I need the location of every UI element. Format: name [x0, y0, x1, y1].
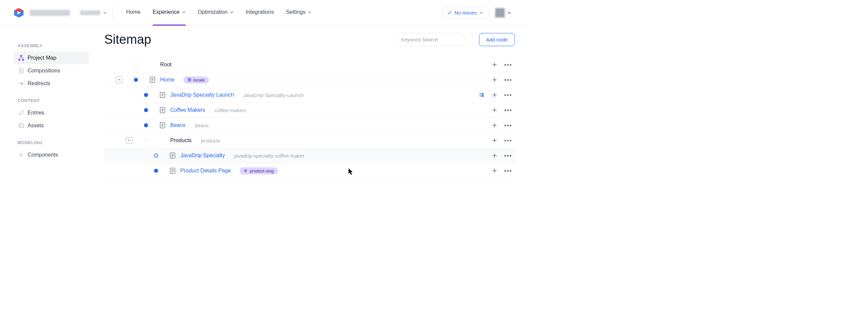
tree-row[interactable]: Root: [104, 57, 515, 73]
tree-row[interactable]: JavaDrip Specialtyjavadrip-specialty-cof…: [104, 148, 515, 163]
nav-tab-settings[interactable]: Settings: [286, 0, 312, 26]
org-name-blurred: [30, 10, 70, 16]
node-label[interactable]: Products: [170, 137, 191, 143]
sidebar-item-assets[interactable]: Assets: [13, 119, 89, 132]
status-dot: [144, 93, 148, 97]
nav-tab-home[interactable]: Home: [126, 0, 141, 26]
search-box[interactable]: [395, 33, 465, 46]
plus-icon[interactable]: [492, 122, 498, 128]
sidebar-item-label: Redirects: [28, 81, 51, 86]
tree-row[interactable]: Beansbeans: [104, 118, 515, 133]
badge-text: locale: [193, 78, 205, 82]
plus-icon[interactable]: [492, 62, 498, 68]
sidebar-item-label: Entries: [28, 110, 44, 116]
add-node-button[interactable]: Add node: [479, 33, 515, 46]
sidebar-group-label: CONTENT: [18, 98, 89, 103]
chevron-down-icon: [103, 11, 107, 15]
svg-rect-5: [22, 59, 24, 61]
more-menu[interactable]: [504, 94, 512, 96]
tree-row[interactable]: Product Details Pageproduct-slug: [104, 163, 515, 178]
sidebar-item-label: Project Map: [28, 55, 56, 61]
more-menu[interactable]: [504, 109, 512, 111]
topbar: HomeExperienceOptimizationIntegrationsSe…: [0, 0, 525, 26]
user-menu[interactable]: [495, 8, 512, 18]
chevron-down-icon: [507, 11, 512, 15]
nav-tab-label: Integrations: [246, 9, 274, 15]
sidebar-item-project-map[interactable]: Project Map: [13, 52, 89, 64]
nav-tabs: HomeExperienceOptimizationIntegrationsSe…: [126, 0, 312, 26]
sidebar-item-entries[interactable]: Entries: [13, 106, 89, 119]
svg-point-11: [20, 125, 21, 126]
chevron-down-icon: [230, 10, 234, 14]
more-menu[interactable]: [504, 64, 512, 66]
sidebar-item-label: Compositions: [28, 68, 60, 74]
sidebar-item-label: Assets: [28, 122, 44, 129]
document-icon: [159, 91, 165, 98]
sidebar-item-components[interactable]: Components: [13, 148, 89, 161]
nav-tab-label: Settings: [286, 9, 306, 15]
node-slug: coffee-makers: [215, 107, 247, 113]
more-menu[interactable]: [504, 170, 512, 172]
node-label[interactable]: Root: [160, 62, 172, 68]
document-icon: [159, 107, 165, 113]
nav-tab-optimization[interactable]: Optimization: [198, 0, 234, 26]
nav-tab-integrations[interactable]: Integrations: [246, 0, 274, 26]
logo-icon[interactable]: [13, 7, 24, 18]
nav-tab-experience[interactable]: Experience: [153, 0, 186, 26]
node-label[interactable]: Beans: [170, 122, 185, 128]
plus-icon[interactable]: [492, 77, 498, 83]
badge: product-slug: [240, 167, 278, 174]
plus-icon[interactable]: [492, 168, 498, 174]
issues-label: No issues: [455, 10, 477, 16]
sitemap-tree: RootHomelocaleJavaDrip Specialty LaunchJ…: [104, 57, 515, 178]
node-label[interactable]: JavaDrip Specialty Launch: [170, 92, 234, 98]
nav-tab-label: Optimization: [198, 9, 228, 15]
node-label[interactable]: Coffee Makers: [170, 107, 205, 113]
collapse-toggle[interactable]: [126, 137, 132, 144]
chevron-down-icon: [182, 10, 186, 14]
svg-point-12: [20, 154, 22, 156]
tree-row[interactable]: Coffee Makerscoffee-makers: [104, 103, 515, 118]
sidebar-item-compositions[interactable]: Compositions: [13, 64, 89, 77]
topbar-right: No issues: [442, 7, 512, 19]
redirect-icon[interactable]: [479, 92, 485, 98]
svg-rect-4: [19, 59, 20, 61]
document-icon: [159, 122, 165, 129]
sidebar-item-redirects[interactable]: Redirects: [13, 77, 89, 90]
chevron-down-icon: [308, 10, 312, 14]
nav-tab-label: Experience: [153, 9, 180, 15]
project-selector[interactable]: [80, 6, 113, 20]
node-label[interactable]: Product Details Page: [180, 168, 231, 174]
plus-icon[interactable]: [492, 153, 498, 159]
search-input[interactable]: [401, 37, 465, 43]
plus-icon[interactable]: [492, 137, 498, 143]
more-menu[interactable]: [504, 155, 512, 157]
more-menu[interactable]: [504, 79, 512, 81]
check-icon: [447, 10, 452, 15]
badge: locale: [183, 77, 209, 83]
avatar: [495, 8, 505, 18]
logo-area: [13, 7, 70, 18]
issues-button[interactable]: No issues: [442, 7, 489, 19]
tree-row[interactable]: Homelocale: [104, 73, 515, 87]
chevron-down-icon: [479, 11, 484, 15]
divider: [472, 33, 472, 47]
nav-tab-label: Home: [126, 9, 141, 15]
sidebar-group-label: MODELING: [18, 140, 89, 145]
project-name-blurred: [80, 10, 100, 15]
asterisk-icon: [244, 169, 248, 173]
node-label[interactable]: JavaDrip Specialty: [180, 153, 225, 159]
plus-icon[interactable]: [492, 107, 498, 113]
collapse-toggle[interactable]: [116, 77, 122, 83]
more-menu[interactable]: [504, 140, 512, 141]
status-dot: [154, 154, 158, 158]
plus-icon[interactable]: [492, 92, 498, 98]
status-dot: [154, 169, 158, 173]
more-menu[interactable]: [504, 125, 512, 126]
document-icon: [169, 152, 176, 159]
sidebar: ASSEMBLYProject MapCompositionsRedirects…: [0, 26, 94, 178]
tree-row[interactable]: JavaDrip Specialty LaunchJavaDrip-Specia…: [104, 87, 515, 103]
node-label[interactable]: Home: [160, 77, 175, 83]
svg-rect-10: [19, 123, 24, 128]
tree-row[interactable]: Productsproducts: [104, 133, 515, 148]
